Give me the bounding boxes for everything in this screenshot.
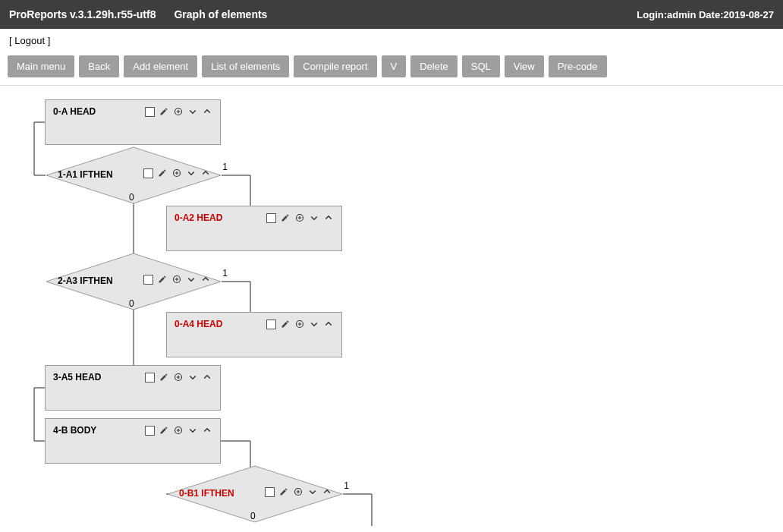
node-3-a5-head[interactable]: 3-A5 HEAD xyxy=(45,365,221,411)
node-1-a1-ifthen[interactable]: 1-A1 IFTHEN 1 0 xyxy=(46,146,222,204)
add-icon[interactable] xyxy=(171,168,182,178)
app-title: ProReports v.3.1.29h.r55-utf8 xyxy=(9,8,156,20)
node-label: 2-A3 IFTHEN xyxy=(58,275,113,286)
back-button[interactable]: Back xyxy=(79,55,119,77)
move-down-icon[interactable] xyxy=(309,212,319,223)
add-icon[interactable] xyxy=(294,212,305,223)
node-label: 4-B BODY xyxy=(53,425,96,436)
page-title: Graph of elements xyxy=(174,8,267,20)
move-up-icon[interactable] xyxy=(322,486,332,497)
move-down-icon[interactable] xyxy=(187,425,198,436)
move-down-icon[interactable] xyxy=(187,106,198,117)
branch-false-label: 0 xyxy=(250,511,256,521)
node-label: 0-B1 IFTHEN xyxy=(179,488,234,499)
node-0-a2-head[interactable]: 0-A2 HEAD xyxy=(166,206,342,251)
edit-icon[interactable] xyxy=(157,274,168,285)
add-icon[interactable] xyxy=(293,486,303,497)
node-0-a-head[interactable]: 0-A HEAD xyxy=(45,99,221,145)
main-menu-button[interactable]: Main menu xyxy=(8,55,74,77)
move-down-icon[interactable] xyxy=(186,274,197,285)
node-tools xyxy=(143,168,211,178)
node-tools xyxy=(145,425,212,436)
move-down-icon[interactable] xyxy=(187,372,198,382)
node-2-a3-ifthen[interactable]: 2-A3 IFTHEN 1 0 xyxy=(46,253,222,310)
move-down-icon[interactable] xyxy=(186,168,197,178)
pre-code-button[interactable]: Pre-code xyxy=(549,55,607,77)
edit-icon[interactable] xyxy=(280,212,291,223)
add-icon[interactable] xyxy=(173,425,184,436)
sql-button[interactable]: SQL xyxy=(462,55,500,77)
add-icon[interactable] xyxy=(171,274,182,285)
node-tools xyxy=(266,212,334,223)
node-label: 0-A HEAD xyxy=(53,106,96,117)
edit-icon[interactable] xyxy=(159,425,169,436)
edit-icon[interactable] xyxy=(157,168,168,178)
top-bar: ProReports v.3.1.29h.r55-utf8 Graph of e… xyxy=(0,0,783,29)
select-checkbox[interactable] xyxy=(145,426,155,436)
move-up-icon[interactable] xyxy=(323,319,334,329)
node-tools xyxy=(143,274,211,285)
select-checkbox[interactable] xyxy=(266,213,276,223)
move-up-icon[interactable] xyxy=(200,168,211,178)
branch-true-label: 1 xyxy=(344,480,349,491)
node-tools xyxy=(145,372,212,382)
branch-false-label: 0 xyxy=(129,192,134,203)
node-tools xyxy=(265,486,332,497)
select-checkbox[interactable] xyxy=(143,168,153,178)
move-up-icon[interactable] xyxy=(202,425,212,436)
edit-icon[interactable] xyxy=(159,372,169,382)
node-tools xyxy=(266,319,334,329)
login-info: Login:admin Date:2019-08-27 xyxy=(637,9,774,20)
compile-report-button[interactable]: Compile report xyxy=(294,55,376,77)
v-button[interactable]: V xyxy=(382,55,407,77)
select-checkbox[interactable] xyxy=(143,275,153,285)
select-checkbox[interactable] xyxy=(265,487,275,497)
toolbar: Main menu Back Add element List of eleme… xyxy=(0,52,783,86)
edit-icon[interactable] xyxy=(278,486,289,497)
edit-icon[interactable] xyxy=(280,319,291,329)
branch-true-label: 1 xyxy=(222,268,228,279)
edit-icon[interactable] xyxy=(159,106,169,117)
add-icon[interactable] xyxy=(173,106,184,117)
add-icon[interactable] xyxy=(173,372,184,382)
move-down-icon[interactable] xyxy=(307,486,318,497)
move-up-icon[interactable] xyxy=(200,274,211,285)
node-label: 1-A1 IFTHEN xyxy=(58,169,113,180)
branch-true-label: 1 xyxy=(222,162,228,172)
node-0-a4-head[interactable]: 0-A4 HEAD xyxy=(166,312,342,357)
node-tools xyxy=(145,106,212,117)
add-icon[interactable] xyxy=(294,319,305,329)
move-up-icon[interactable] xyxy=(202,372,212,382)
select-checkbox[interactable] xyxy=(145,107,155,117)
list-of-elements-button[interactable]: List of elements xyxy=(202,55,289,77)
view-button[interactable]: View xyxy=(505,55,544,77)
graph-canvas[interactable]: 0-A HEAD 1-A1 IFTHEN 1 0 0-A2 HEAD 2-A3 … xyxy=(0,86,783,526)
logout-row: [ Logout ] xyxy=(0,29,783,52)
select-checkbox[interactable] xyxy=(145,373,155,382)
add-element-button[interactable]: Add element xyxy=(124,55,197,77)
node-label: 0-A4 HEAD xyxy=(175,319,222,329)
logout-link[interactable]: Logout xyxy=(14,35,45,46)
node-0-b1-ifthen[interactable]: 0-B1 IFTHEN 1 0 xyxy=(167,465,343,523)
move-up-icon[interactable] xyxy=(323,212,334,223)
branch-false-label: 0 xyxy=(129,298,134,309)
move-up-icon[interactable] xyxy=(202,106,212,117)
move-down-icon[interactable] xyxy=(309,319,319,329)
delete-button[interactable]: Delete xyxy=(410,55,458,77)
node-label: 0-A2 HEAD xyxy=(175,212,222,223)
node-label: 3-A5 HEAD xyxy=(53,372,101,382)
node-4-b-body[interactable]: 4-B BODY xyxy=(45,418,221,464)
select-checkbox[interactable] xyxy=(266,320,276,329)
